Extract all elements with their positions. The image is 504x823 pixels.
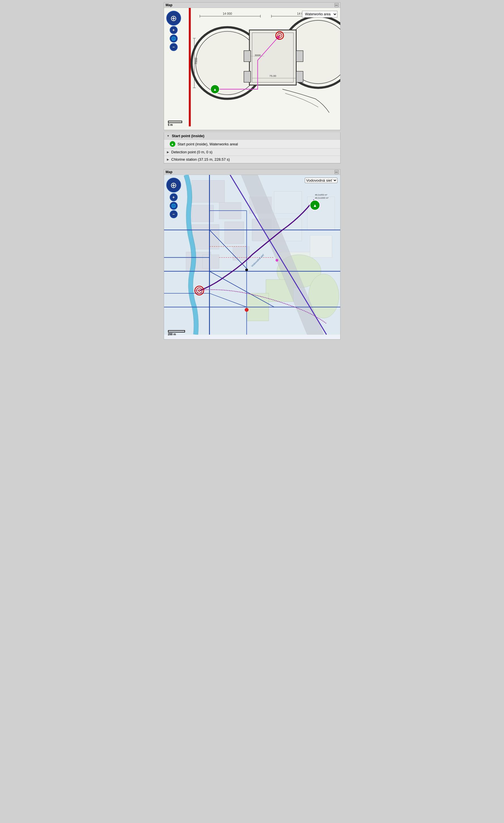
svg-rect-42 — [224, 222, 243, 244]
svg-text:▲: ▲ — [213, 87, 217, 92]
map2-area-selector[interactable]: Vodovodná sieť City overview — [305, 178, 337, 183]
map1-scale-label: 5 m — [168, 123, 173, 126]
svg-rect-40 — [202, 255, 219, 269]
map2-globe-icon: 🌐 — [170, 202, 178, 210]
map2-scale-line — [168, 330, 185, 332]
map2-nav-controls: + 🌐 − — [166, 178, 181, 218]
map1-drawing: 14 000 14 000 7000 3000 — [164, 8, 340, 126]
info-panel: ▼ Start point (inside) Start point (insi… — [164, 132, 341, 164]
map1-scale-line — [168, 121, 182, 123]
map1-title: Map — [166, 3, 173, 7]
map2-viewport: 46.2±053 m² 46.2±1000 m² ▲ Vodovodná sie… — [164, 175, 340, 339]
map1-zoom-in-button[interactable]: + — [170, 26, 178, 34]
map1-area-dropdown[interactable]: Waterworks area City overview — [302, 11, 337, 18]
start-point-icon — [170, 141, 175, 147]
svg-rect-38 — [191, 224, 219, 249]
top-map-panel: Map — + 🌐 − Waterworks area City overvie… — [164, 2, 341, 130]
map1-globe-icon: 🌐 — [170, 35, 178, 42]
map2-scale-bar: 200 m — [168, 330, 185, 336]
svg-rect-27 — [296, 71, 303, 83]
start-point-detail-row[interactable]: Start point (inside), Waterworks areal — [164, 140, 340, 149]
svg-text:46.2±053 m²: 46.2±053 m² — [315, 194, 327, 196]
svg-point-80 — [245, 269, 248, 271]
start-point-header-label: Start point (inside) — [172, 134, 204, 138]
detection-point-row[interactable]: ▶ Detection point (0 m, 0 s) — [164, 149, 340, 156]
chlorine-station-expand-icon: ▶ — [167, 158, 169, 161]
map1-pan-control[interactable] — [166, 11, 181, 25]
map2-title: Map — [166, 170, 173, 174]
svg-text:7000: 7000 — [194, 57, 197, 64]
svg-rect-26 — [243, 71, 250, 83]
svg-point-33 — [279, 35, 280, 36]
map2-zoom-in-button[interactable]: + — [170, 193, 178, 201]
svg-rect-36 — [191, 180, 225, 202]
map1-area-selector[interactable]: Waterworks area City overview — [302, 11, 337, 18]
svg-rect-24 — [243, 51, 250, 62]
bottom-map-panel: Map — — [164, 169, 341, 339]
start-point-header-row[interactable]: ▼ Start point (inside) — [164, 132, 340, 140]
svg-text:▲: ▲ — [313, 203, 317, 208]
chlorine-station-label: Chlorine station (37.15 m, 228.57 s) — [171, 157, 230, 162]
map1-minimize-button[interactable]: — — [335, 3, 339, 7]
svg-point-79 — [244, 308, 248, 312]
svg-point-81 — [275, 259, 278, 262]
map1-zoom-out-button[interactable]: − — [170, 43, 178, 51]
map1-title-bar: Map — — [164, 3, 340, 8]
svg-text:75.00: 75.00 — [269, 74, 276, 77]
svg-rect-1 — [189, 8, 191, 126]
svg-text:3000: 3000 — [255, 53, 261, 57]
map2-pan-control[interactable] — [166, 178, 181, 192]
svg-text:46.2±1000 m²: 46.2±1000 m² — [315, 197, 328, 199]
svg-rect-46 — [274, 191, 302, 213]
svg-rect-25 — [296, 51, 303, 62]
start-point-detail-label: Start point (inside), Waterworks areal — [178, 142, 238, 146]
svg-text:14 000: 14 000 — [223, 12, 232, 15]
map2-zoom-out-button[interactable]: − — [170, 210, 178, 218]
map2-scale-label: 200 m — [168, 333, 176, 336]
map1-nav-controls: + 🌐 − — [166, 11, 181, 51]
svg-rect-37 — [191, 205, 214, 222]
detection-point-label: Detection point (0 m, 0 s) — [171, 150, 212, 154]
chlorine-station-row[interactable]: ▶ Chlorine station (37.15 m, 228.57 s) — [164, 156, 340, 163]
detection-point-expand-icon: ▶ — [167, 151, 169, 154]
map1-scale-bar: 5 m — [168, 121, 182, 126]
start-point-collapse-icon: ▼ — [167, 134, 170, 138]
svg-point-78 — [199, 290, 200, 291]
map2-drawing: 46.2±053 m² 46.2±1000 m² ▲ Vodovodná sie… — [164, 175, 340, 335]
map2-area-dropdown[interactable]: Vodovodná sieť City overview — [305, 178, 337, 183]
map1-viewport: + 🌐 − Waterworks area City overview 14 0… — [164, 8, 340, 130]
map2-title-bar: Map — — [164, 169, 340, 175]
svg-rect-50 — [310, 235, 332, 258]
map2-minimize-button[interactable]: — — [335, 170, 339, 174]
